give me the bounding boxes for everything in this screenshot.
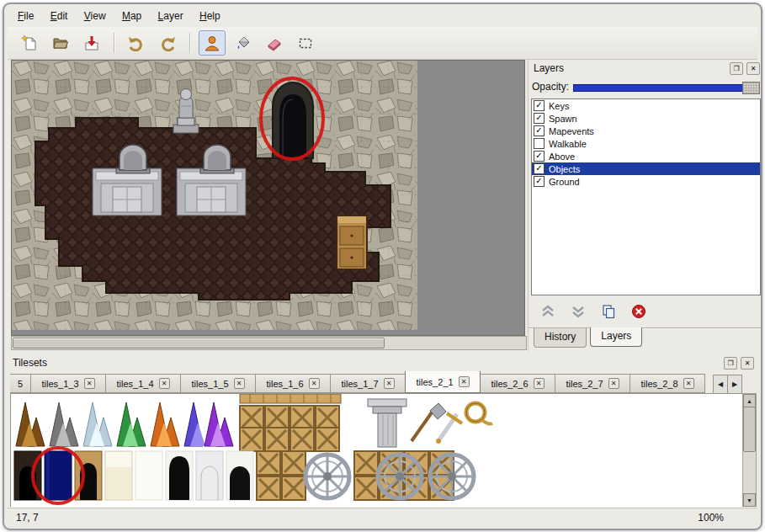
map-view[interactable] xyxy=(11,60,525,336)
rect-select-tool-button[interactable] xyxy=(292,30,319,56)
tileset-tab[interactable]: tiles_2_7 ✕ xyxy=(555,374,630,393)
tileset-tracks[interactable] xyxy=(240,394,341,451)
layer-name: Ground xyxy=(549,177,580,187)
tileset-tab-label: tiles_2_1 xyxy=(416,377,453,387)
close-panel-icon[interactable]: ✕ xyxy=(746,62,760,75)
tab-history[interactable]: History xyxy=(534,328,587,348)
tileset-tab[interactable]: tiles_2_8 ✕ xyxy=(630,374,705,393)
eraser-tool-icon xyxy=(266,35,283,51)
tileset-tab-label: tiles_1_4 xyxy=(116,379,153,389)
layer-visibility-checkbox[interactable] xyxy=(534,138,545,149)
tab-close-icon[interactable]: ✕ xyxy=(683,378,694,389)
tab-close-icon[interactable]: ✕ xyxy=(159,378,170,389)
raise-layer-button[interactable] xyxy=(539,302,557,321)
tileset-rope-coil[interactable] xyxy=(466,403,492,424)
layer-row[interactable]: Walkable xyxy=(532,137,760,150)
save-button[interactable] xyxy=(78,30,105,56)
tab-close-icon[interactable]: ✕ xyxy=(309,378,320,389)
tileset-crystals[interactable] xyxy=(16,402,233,446)
opacity-slider[interactable] xyxy=(573,82,760,93)
tileset-tab-label: tiles_2_7 xyxy=(566,379,603,389)
toolbar-separator xyxy=(189,33,190,53)
tab-close-icon[interactable]: ✕ xyxy=(384,378,395,389)
tileset-tab[interactable]: tiles_1_7 ✕ xyxy=(330,374,406,393)
delete-layer-button[interactable] xyxy=(630,302,648,321)
menu-item[interactable]: Help xyxy=(193,8,227,25)
tileset-selected-tile[interactable] xyxy=(45,451,72,500)
tileset-tab[interactable]: 5 ✕ xyxy=(10,374,31,393)
float-panel-icon[interactable]: ❐ xyxy=(730,62,743,75)
duplicate-layer-button[interactable] xyxy=(599,302,618,321)
tab-close-icon[interactable]: ✕ xyxy=(84,378,95,389)
menu-item[interactable]: Edit xyxy=(44,8,75,25)
layer-name: Mapevents xyxy=(549,126,594,136)
tab-close-icon[interactable]: ✕ xyxy=(608,378,619,389)
float-panel-icon[interactable]: ❐ xyxy=(724,357,737,370)
tileset-tab[interactable]: tiles_1_3 ✕ xyxy=(30,374,106,393)
tileset-tab[interactable]: tiles_2_1 ✕ xyxy=(405,371,481,393)
opacity-slider-handle[interactable] xyxy=(742,82,760,94)
scroll-down-icon[interactable]: ▼ xyxy=(743,493,756,507)
menu-item[interactable]: Layer xyxy=(151,8,190,25)
tileset-vertical-scrollbar[interactable]: ▲ ▼ xyxy=(742,393,757,508)
map-horizontal-scrollbar[interactable] xyxy=(11,336,527,350)
tileset-vscroll-thumb[interactable] xyxy=(743,407,756,452)
layers-panel: Layers ❐ ✕ Opacity: ✓ Keys ✓ xyxy=(528,60,762,351)
layer-visibility-checkbox[interactable]: ✓ xyxy=(534,125,545,136)
duplicate-layer-icon xyxy=(600,303,617,320)
tileset-tab-label: tiles_1_7 xyxy=(341,379,378,389)
tileset-tab[interactable]: tiles_1_4 ✕ xyxy=(105,374,181,393)
tab-scroll-right-icon[interactable]: ▶ xyxy=(727,375,742,394)
tileset-tab[interactable]: tiles_1_5 ✕ xyxy=(180,374,256,393)
lower-layer-button[interactable] xyxy=(569,302,587,321)
tab-close-icon[interactable]: ✕ xyxy=(534,378,545,389)
tab-scroll-arrows: ◀ ▶ xyxy=(714,375,742,394)
tilesets-panel-titlebar: Tilesets ❐ ✕ xyxy=(8,354,757,371)
tab-close-icon[interactable]: ✕ xyxy=(459,376,470,387)
tab-layers[interactable]: Layers xyxy=(590,327,642,347)
map-canvas[interactable] xyxy=(12,61,417,330)
tileset-tab[interactable]: tiles_1_6 ✕ xyxy=(255,374,331,393)
layer-row[interactable]: ✓ Keys xyxy=(532,99,760,112)
tileset-tab-label: tiles_2_8 xyxy=(640,379,677,389)
layer-visibility-checkbox[interactable]: ✓ xyxy=(534,151,545,162)
rect-select-tool-icon xyxy=(297,35,314,51)
open-file-button[interactable] xyxy=(47,30,74,56)
window-frame: File Edit View Map Layer Help xyxy=(3,3,762,530)
layer-visibility-checkbox[interactable]: ✓ xyxy=(534,100,545,111)
layer-row[interactable]: ✓ Objects xyxy=(532,162,760,175)
scroll-up-icon[interactable]: ▲ xyxy=(743,394,756,407)
tab-scroll-left-icon[interactable]: ◀ xyxy=(713,375,728,394)
menu-item[interactable]: Map xyxy=(115,8,148,25)
tab-close-icon[interactable]: ✕ xyxy=(234,378,245,389)
altar-left xyxy=(93,168,162,215)
layer-visibility-checkbox[interactable]: ✓ xyxy=(534,176,545,187)
stamp-tool-button[interactable] xyxy=(199,30,226,56)
layer-row[interactable]: ✓ Above xyxy=(532,150,760,162)
undo-button[interactable] xyxy=(123,30,150,56)
new-file-button[interactable] xyxy=(16,30,43,56)
tileset-canvas[interactable] xyxy=(11,394,741,505)
new-file-icon xyxy=(21,35,38,51)
tileset-tab-label: tiles_2_6 xyxy=(491,379,528,389)
layer-row[interactable]: ✓ Mapevents xyxy=(532,125,760,137)
tileset-pillar[interactable] xyxy=(368,399,406,447)
tileset-tab-label: 5 xyxy=(18,379,23,389)
tileset-tab[interactable]: tiles_2_6 ✕ xyxy=(480,374,555,393)
tileset-sword[interactable] xyxy=(436,413,462,444)
menu-item[interactable]: File xyxy=(11,8,40,25)
redo-icon xyxy=(159,35,176,51)
layer-row[interactable]: ✓ Ground xyxy=(532,175,760,188)
map-hscroll-thumb[interactable] xyxy=(13,338,385,348)
layer-visibility-checkbox[interactable]: ✓ xyxy=(534,163,545,174)
menu-item[interactable]: View xyxy=(77,8,113,25)
tileset-content[interactable] xyxy=(10,393,743,508)
eraser-tool-button[interactable] xyxy=(261,30,288,56)
toolbar xyxy=(8,27,757,60)
layer-row[interactable]: ✓ Spawn xyxy=(532,112,760,125)
fill-tool-button[interactable] xyxy=(230,30,257,56)
redo-button[interactable] xyxy=(154,30,181,56)
layer-visibility-checkbox[interactable]: ✓ xyxy=(534,113,545,124)
lower-layer-icon xyxy=(570,303,587,320)
close-panel-icon[interactable]: ✕ xyxy=(741,357,754,370)
